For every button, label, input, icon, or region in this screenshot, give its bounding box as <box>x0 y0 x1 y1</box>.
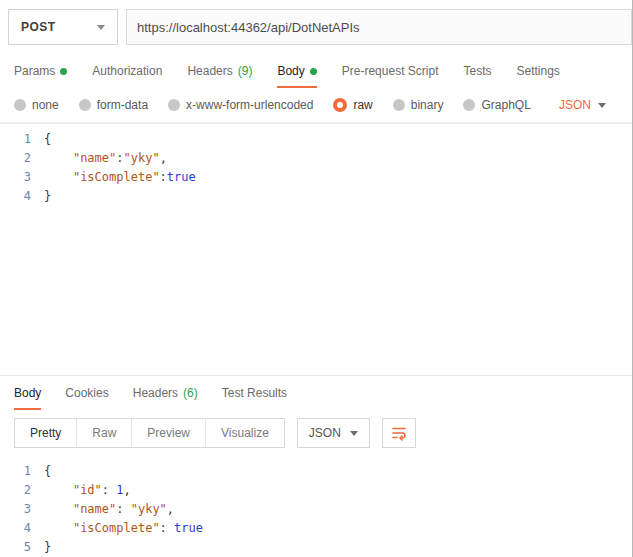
method-select[interactable]: POST <box>8 9 118 45</box>
tab-settings[interactable]: Settings <box>517 54 560 88</box>
code-line: 4} <box>0 187 632 206</box>
tab-tests[interactable]: Tests <box>463 54 491 88</box>
tab-label: Pre-request Script <box>342 64 439 78</box>
view-label: Pretty <box>30 426 61 440</box>
postman-request-window: POST Params Authorization Headers (9) Bo… <box>0 0 633 557</box>
body-type-label: none <box>32 98 59 112</box>
body-type-graphql[interactable]: GraphQL <box>463 98 530 112</box>
code-text: { <box>44 462 51 481</box>
chevron-down-icon <box>350 431 358 436</box>
tab-headers[interactable]: Headers (9) <box>187 54 252 88</box>
line-number: 1 <box>0 462 44 481</box>
response-body-editor[interactable]: 1{2 "id": 1,3 "name": "yky",4 "isComplet… <box>0 456 632 557</box>
code-text: "isComplete":true <box>44 168 196 187</box>
body-type-label: raw <box>353 98 372 112</box>
radio-icon <box>79 99 91 111</box>
body-type-binary[interactable]: binary <box>393 98 444 112</box>
code-text: "id": 1, <box>44 481 131 500</box>
headers-count: (9) <box>238 64 253 78</box>
code-text: "name":"yky", <box>44 149 167 168</box>
code-line: 3 "isComplete":true <box>0 168 632 187</box>
tab-label: Params <box>14 64 55 78</box>
tab-label: Authorization <box>92 64 162 78</box>
tab-label: Headers <box>187 64 232 78</box>
headers-count: (6) <box>183 386 198 400</box>
code-line: 2 "name":"yky", <box>0 149 632 168</box>
code-line: 1{ <box>0 130 632 149</box>
body-type-label: x-www-form-urlencoded <box>186 98 313 112</box>
response-view-switcher: Pretty Raw Preview Visualize <box>14 418 285 448</box>
request-body-editor[interactable]: 1{2 "name":"yky",3 "isComplete":true4} <box>0 123 632 375</box>
tab-label: Headers <box>133 386 178 400</box>
radio-icon <box>168 99 180 111</box>
response-tab-body[interactable]: Body <box>14 376 41 410</box>
body-type-row: none form-data x-www-form-urlencoded raw… <box>0 88 632 123</box>
radio-icon <box>463 99 475 111</box>
code-line: 5} <box>0 538 632 557</box>
tab-params[interactable]: Params <box>14 54 67 88</box>
request-tabs: Params Authorization Headers (9) Body Pr… <box>0 54 632 88</box>
response-tab-cookies[interactable]: Cookies <box>65 376 108 410</box>
code-text: } <box>44 538 51 557</box>
code-text: "isComplete": true <box>44 519 203 538</box>
view-label: Raw <box>92 426 116 440</box>
wrap-lines-icon <box>391 425 407 441</box>
response-tab-test-results[interactable]: Test Results <box>222 376 287 410</box>
url-bar: POST <box>0 0 632 54</box>
green-dot-icon <box>60 68 67 75</box>
view-visualize[interactable]: Visualize <box>206 419 284 447</box>
tab-label: Settings <box>517 64 560 78</box>
body-type-label: binary <box>411 98 444 112</box>
line-number: 1 <box>0 130 44 149</box>
body-type-raw[interactable]: raw <box>333 98 372 112</box>
line-number: 3 <box>0 168 44 187</box>
code-text: } <box>44 187 51 206</box>
view-preview[interactable]: Preview <box>132 419 206 447</box>
url-input[interactable] <box>126 9 632 45</box>
response-language-select[interactable]: JSON <box>297 418 370 448</box>
body-type-label: GraphQL <box>481 98 530 112</box>
chevron-down-icon <box>97 25 105 30</box>
tab-body[interactable]: Body <box>277 54 316 88</box>
response-toolbar: Pretty Raw Preview Visualize JSON <box>0 410 632 456</box>
body-type-form-data[interactable]: form-data <box>79 98 148 112</box>
tab-label: Test Results <box>222 386 287 400</box>
tab-authorization[interactable]: Authorization <box>92 54 162 88</box>
tab-label: Body <box>277 64 304 78</box>
radio-icon <box>14 99 26 111</box>
response-tab-headers[interactable]: Headers (6) <box>133 376 198 410</box>
view-label: Visualize <box>221 426 269 440</box>
line-number: 4 <box>0 519 44 538</box>
response-tabs: Body Cookies Headers (6) Test Results <box>0 376 632 410</box>
line-number: 4 <box>0 187 44 206</box>
code-line: 2 "id": 1, <box>0 481 632 500</box>
code-line: 3 "name": "yky", <box>0 500 632 519</box>
tab-label: Body <box>14 386 41 400</box>
line-number: 2 <box>0 149 44 168</box>
wrap-lines-button[interactable] <box>382 418 416 448</box>
language-label: JSON <box>559 98 591 112</box>
tab-label: Cookies <box>65 386 108 400</box>
code-line: 4 "isComplete": true <box>0 519 632 538</box>
line-number: 2 <box>0 481 44 500</box>
green-dot-icon <box>310 68 317 75</box>
code-line: 1{ <box>0 462 632 481</box>
line-number: 5 <box>0 538 44 557</box>
body-type-none[interactable]: none <box>14 98 59 112</box>
radio-selected-icon <box>333 98 347 112</box>
line-number: 3 <box>0 500 44 519</box>
language-select[interactable]: JSON <box>559 98 606 112</box>
view-raw[interactable]: Raw <box>77 419 132 447</box>
body-type-label: form-data <box>97 98 148 112</box>
body-type-x-www-form-urlencoded[interactable]: x-www-form-urlencoded <box>168 98 313 112</box>
code-text: { <box>44 130 51 149</box>
language-label: JSON <box>309 426 341 440</box>
radio-icon <box>393 99 405 111</box>
code-text: "name": "yky", <box>44 500 174 519</box>
tab-label: Tests <box>463 64 491 78</box>
chevron-down-icon <box>598 103 606 108</box>
tab-pre-request-script[interactable]: Pre-request Script <box>342 54 439 88</box>
response-section: Body Cookies Headers (6) Test Results Pr… <box>0 375 632 557</box>
view-pretty[interactable]: Pretty <box>15 419 77 447</box>
view-label: Preview <box>147 426 190 440</box>
